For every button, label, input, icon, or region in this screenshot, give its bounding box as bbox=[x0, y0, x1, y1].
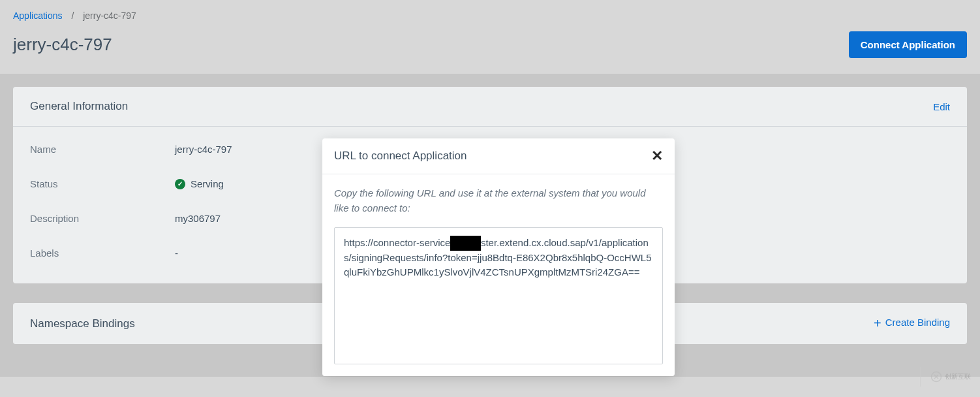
connect-application-button[interactable]: Connect Application bbox=[849, 31, 967, 58]
breadcrumb-current: jerry-c4c-797 bbox=[83, 10, 136, 21]
modal-hint-text: Copy the following URL and use it at the… bbox=[334, 186, 663, 215]
name-label: Name bbox=[30, 144, 175, 155]
general-info-title: General Information bbox=[30, 100, 128, 113]
labels-label: Labels bbox=[30, 247, 175, 259]
labels-value: - bbox=[175, 247, 178, 259]
page-header: jerry-c4c-797 Connect Application bbox=[0, 26, 980, 74]
watermark-logo-icon bbox=[930, 371, 942, 383]
connect-url-modal: URL to connect Application ✕ Copy the fo… bbox=[322, 138, 675, 376]
edit-link[interactable]: Edit bbox=[933, 101, 950, 112]
description-label: Description bbox=[30, 213, 175, 224]
modal-header: URL to connect Application ✕ bbox=[322, 138, 675, 174]
connection-url-box[interactable]: https://connector-service████ster.extend… bbox=[334, 227, 663, 364]
url-part1: https://connector-service bbox=[344, 237, 450, 248]
status-text: Serving bbox=[191, 178, 224, 189]
status-value: Serving bbox=[175, 178, 224, 189]
status-serving-icon bbox=[175, 179, 185, 189]
close-icon[interactable]: ✕ bbox=[651, 149, 663, 163]
watermark: 创新互联 bbox=[920, 367, 980, 387]
breadcrumb-root-link[interactable]: Applications bbox=[13, 10, 63, 21]
url-redacted: ████ bbox=[450, 236, 481, 251]
page-title: jerry-c4c-797 bbox=[13, 35, 112, 55]
create-binding-text: Create Binding bbox=[885, 317, 950, 328]
bindings-title: Namespace Bindings bbox=[30, 317, 135, 330]
plus-icon: + bbox=[874, 316, 881, 330]
create-binding-link[interactable]: +Create Binding bbox=[874, 316, 950, 331]
watermark-text: 创新互联 bbox=[945, 372, 971, 381]
status-label: Status bbox=[30, 178, 175, 189]
modal-body: Copy the following URL and use it at the… bbox=[322, 174, 675, 376]
breadcrumb-separator: / bbox=[71, 10, 74, 21]
description-value: my306797 bbox=[175, 213, 221, 224]
general-info-header: General Information Edit bbox=[13, 87, 967, 127]
modal-title: URL to connect Application bbox=[334, 150, 467, 163]
name-value: jerry-c4c-797 bbox=[175, 144, 232, 155]
breadcrumb: Applications / jerry-c4c-797 bbox=[0, 0, 980, 26]
